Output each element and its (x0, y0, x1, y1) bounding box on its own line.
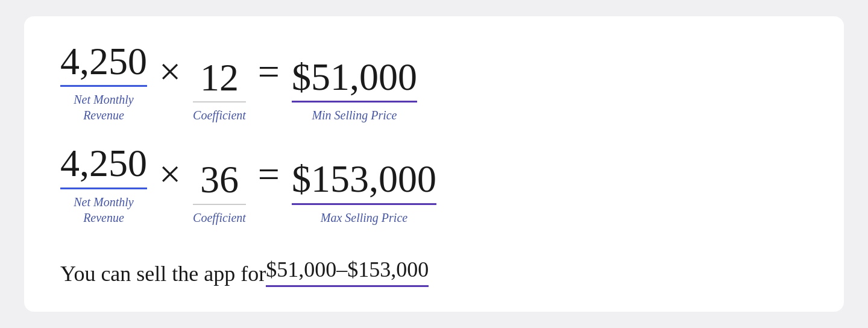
label-result-2: Max Selling Price (321, 210, 407, 226)
term-nmr-1: 4,250 Net MonthlyRevenue (60, 40, 147, 123)
underline-coeff-2 (193, 204, 246, 205)
term-coeff-1: 12 Coefficient (193, 57, 246, 123)
underline-result-1 (292, 101, 417, 102)
value-nmr-1: 4,250 (60, 40, 147, 83)
value-coeff-1: 12 (200, 57, 239, 99)
label-nmr-1: Net MonthlyRevenue (74, 92, 133, 123)
summary-value-wrapper: $51,000–$153,000 (266, 257, 429, 287)
label-nmr-2: Net MonthlyRevenue (74, 194, 133, 226)
equals-1: = (246, 49, 292, 123)
equation-1-section: 4,250 Net MonthlyRevenue × 12 Coefficien… (60, 40, 808, 125)
label-coeff-1: Coefficient (193, 107, 246, 123)
main-card: 4,250 Net MonthlyRevenue × 12 Coefficien… (24, 16, 844, 312)
value-nmr-2: 4,250 (60, 142, 147, 184)
summary-text: You can sell the app for (60, 261, 266, 287)
equation-2-section: 4,250 Net MonthlyRevenue × 36 Coefficien… (60, 142, 808, 227)
term-nmr-2: 4,250 Net MonthlyRevenue (60, 142, 147, 225)
value-result-1: $51,000 (292, 56, 417, 98)
underline-coeff-1 (193, 101, 246, 102)
term-result-2: $153,000 Max Selling Price (292, 158, 436, 225)
operator-2: × (147, 152, 193, 226)
operator-1: × (147, 49, 193, 123)
underline-result-2 (292, 203, 436, 205)
label-result-1: Min Selling Price (312, 107, 397, 123)
summary-underline (266, 285, 429, 287)
equals-2: = (246, 152, 292, 226)
summary-row: You can sell the app for $51,000–$153,00… (60, 257, 808, 287)
term-result-1: $51,000 Min Selling Price (292, 56, 417, 123)
value-coeff-2: 36 (200, 159, 239, 201)
equation-2-row: 4,250 Net MonthlyRevenue × 36 Coefficien… (60, 142, 808, 225)
underline-nmr-2 (60, 188, 147, 189)
value-result-2: $153,000 (292, 158, 436, 200)
label-coeff-2: Coefficient (193, 210, 246, 226)
summary-value: $51,000–$153,000 (266, 257, 429, 283)
underline-nmr-1 (60, 85, 147, 87)
equation-1-row: 4,250 Net MonthlyRevenue × 12 Coefficien… (60, 40, 808, 123)
term-coeff-2: 36 Coefficient (193, 159, 246, 225)
